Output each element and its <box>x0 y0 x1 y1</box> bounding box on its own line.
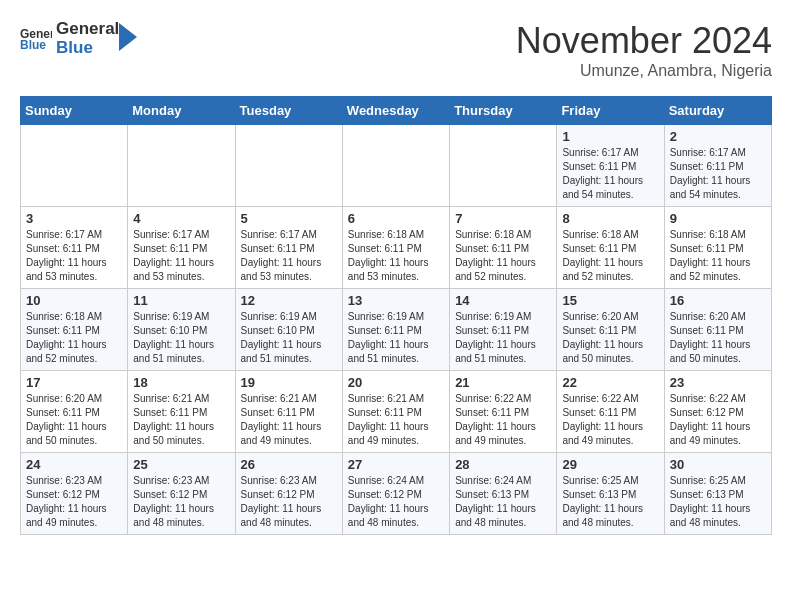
calendar-cell: 4Sunrise: 6:17 AM Sunset: 6:11 PM Daylig… <box>128 207 235 289</box>
calendar-cell: 17Sunrise: 6:20 AM Sunset: 6:11 PM Dayli… <box>21 371 128 453</box>
logo-arrow-icon <box>119 23 137 51</box>
calendar-cell: 16Sunrise: 6:20 AM Sunset: 6:11 PM Dayli… <box>664 289 771 371</box>
calendar-week-row: 10Sunrise: 6:18 AM Sunset: 6:11 PM Dayli… <box>21 289 772 371</box>
calendar-cell: 13Sunrise: 6:19 AM Sunset: 6:11 PM Dayli… <box>342 289 449 371</box>
logo-icon: General Blue <box>20 25 52 53</box>
day-info: Sunrise: 6:20 AM Sunset: 6:11 PM Dayligh… <box>26 392 122 448</box>
day-info: Sunrise: 6:23 AM Sunset: 6:12 PM Dayligh… <box>26 474 122 530</box>
logo-general-text: General <box>56 20 119 39</box>
day-info: Sunrise: 6:18 AM Sunset: 6:11 PM Dayligh… <box>26 310 122 366</box>
day-info: Sunrise: 6:22 AM Sunset: 6:11 PM Dayligh… <box>455 392 551 448</box>
calendar-week-row: 1Sunrise: 6:17 AM Sunset: 6:11 PM Daylig… <box>21 125 772 207</box>
calendar-cell: 20Sunrise: 6:21 AM Sunset: 6:11 PM Dayli… <box>342 371 449 453</box>
day-number: 26 <box>241 457 337 472</box>
day-number: 25 <box>133 457 229 472</box>
calendar-cell: 23Sunrise: 6:22 AM Sunset: 6:12 PM Dayli… <box>664 371 771 453</box>
day-number: 30 <box>670 457 766 472</box>
day-info: Sunrise: 6:24 AM Sunset: 6:12 PM Dayligh… <box>348 474 444 530</box>
day-number: 1 <box>562 129 658 144</box>
calendar-cell <box>342 125 449 207</box>
day-number: 2 <box>670 129 766 144</box>
day-info: Sunrise: 6:19 AM Sunset: 6:11 PM Dayligh… <box>348 310 444 366</box>
day-number: 11 <box>133 293 229 308</box>
day-number: 7 <box>455 211 551 226</box>
day-number: 22 <box>562 375 658 390</box>
day-info: Sunrise: 6:17 AM Sunset: 6:11 PM Dayligh… <box>670 146 766 202</box>
calendar-cell: 15Sunrise: 6:20 AM Sunset: 6:11 PM Dayli… <box>557 289 664 371</box>
day-number: 12 <box>241 293 337 308</box>
calendar-cell: 29Sunrise: 6:25 AM Sunset: 6:13 PM Dayli… <box>557 453 664 535</box>
calendar-cell: 5Sunrise: 6:17 AM Sunset: 6:11 PM Daylig… <box>235 207 342 289</box>
day-number: 15 <box>562 293 658 308</box>
calendar-cell: 11Sunrise: 6:19 AM Sunset: 6:10 PM Dayli… <box>128 289 235 371</box>
day-info: Sunrise: 6:19 AM Sunset: 6:10 PM Dayligh… <box>133 310 229 366</box>
day-info: Sunrise: 6:18 AM Sunset: 6:11 PM Dayligh… <box>670 228 766 284</box>
logo: General Blue General Blue <box>20 20 137 57</box>
page-header: General Blue General Blue November 2024 … <box>20 20 772 80</box>
calendar-cell: 28Sunrise: 6:24 AM Sunset: 6:13 PM Dayli… <box>450 453 557 535</box>
calendar-week-row: 17Sunrise: 6:20 AM Sunset: 6:11 PM Dayli… <box>21 371 772 453</box>
calendar-cell: 7Sunrise: 6:18 AM Sunset: 6:11 PM Daylig… <box>450 207 557 289</box>
calendar-cell: 3Sunrise: 6:17 AM Sunset: 6:11 PM Daylig… <box>21 207 128 289</box>
day-number: 14 <box>455 293 551 308</box>
calendar-cell: 18Sunrise: 6:21 AM Sunset: 6:11 PM Dayli… <box>128 371 235 453</box>
weekday-header: Tuesday <box>235 97 342 125</box>
day-info: Sunrise: 6:22 AM Sunset: 6:11 PM Dayligh… <box>562 392 658 448</box>
day-number: 13 <box>348 293 444 308</box>
calendar-cell: 22Sunrise: 6:22 AM Sunset: 6:11 PM Dayli… <box>557 371 664 453</box>
day-info: Sunrise: 6:18 AM Sunset: 6:11 PM Dayligh… <box>455 228 551 284</box>
weekday-header: Monday <box>128 97 235 125</box>
calendar-cell: 1Sunrise: 6:17 AM Sunset: 6:11 PM Daylig… <box>557 125 664 207</box>
day-number: 18 <box>133 375 229 390</box>
day-info: Sunrise: 6:18 AM Sunset: 6:11 PM Dayligh… <box>348 228 444 284</box>
day-info: Sunrise: 6:19 AM Sunset: 6:11 PM Dayligh… <box>455 310 551 366</box>
calendar-cell: 25Sunrise: 6:23 AM Sunset: 6:12 PM Dayli… <box>128 453 235 535</box>
calendar-week-row: 24Sunrise: 6:23 AM Sunset: 6:12 PM Dayli… <box>21 453 772 535</box>
calendar-cell <box>450 125 557 207</box>
day-number: 27 <box>348 457 444 472</box>
calendar-week-row: 3Sunrise: 6:17 AM Sunset: 6:11 PM Daylig… <box>21 207 772 289</box>
weekday-header: Thursday <box>450 97 557 125</box>
calendar-cell: 30Sunrise: 6:25 AM Sunset: 6:13 PM Dayli… <box>664 453 771 535</box>
day-number: 19 <box>241 375 337 390</box>
day-number: 6 <box>348 211 444 226</box>
day-info: Sunrise: 6:17 AM Sunset: 6:11 PM Dayligh… <box>133 228 229 284</box>
day-info: Sunrise: 6:25 AM Sunset: 6:13 PM Dayligh… <box>670 474 766 530</box>
day-number: 24 <box>26 457 122 472</box>
day-info: Sunrise: 6:20 AM Sunset: 6:11 PM Dayligh… <box>562 310 658 366</box>
calendar-cell: 24Sunrise: 6:23 AM Sunset: 6:12 PM Dayli… <box>21 453 128 535</box>
day-info: Sunrise: 6:19 AM Sunset: 6:10 PM Dayligh… <box>241 310 337 366</box>
day-number: 23 <box>670 375 766 390</box>
calendar-cell <box>128 125 235 207</box>
calendar-cell: 6Sunrise: 6:18 AM Sunset: 6:11 PM Daylig… <box>342 207 449 289</box>
calendar-cell: 26Sunrise: 6:23 AM Sunset: 6:12 PM Dayli… <box>235 453 342 535</box>
day-number: 16 <box>670 293 766 308</box>
weekday-header: Saturday <box>664 97 771 125</box>
calendar-cell: 9Sunrise: 6:18 AM Sunset: 6:11 PM Daylig… <box>664 207 771 289</box>
weekday-header: Sunday <box>21 97 128 125</box>
calendar-cell: 21Sunrise: 6:22 AM Sunset: 6:11 PM Dayli… <box>450 371 557 453</box>
calendar-cell: 2Sunrise: 6:17 AM Sunset: 6:11 PM Daylig… <box>664 125 771 207</box>
day-number: 9 <box>670 211 766 226</box>
calendar-table: SundayMondayTuesdayWednesdayThursdayFrid… <box>20 96 772 535</box>
day-number: 4 <box>133 211 229 226</box>
day-info: Sunrise: 6:23 AM Sunset: 6:12 PM Dayligh… <box>133 474 229 530</box>
day-info: Sunrise: 6:22 AM Sunset: 6:12 PM Dayligh… <box>670 392 766 448</box>
day-info: Sunrise: 6:21 AM Sunset: 6:11 PM Dayligh… <box>241 392 337 448</box>
day-info: Sunrise: 6:17 AM Sunset: 6:11 PM Dayligh… <box>241 228 337 284</box>
day-number: 3 <box>26 211 122 226</box>
calendar-cell: 14Sunrise: 6:19 AM Sunset: 6:11 PM Dayli… <box>450 289 557 371</box>
day-number: 8 <box>562 211 658 226</box>
day-info: Sunrise: 6:24 AM Sunset: 6:13 PM Dayligh… <box>455 474 551 530</box>
weekday-header: Wednesday <box>342 97 449 125</box>
logo-blue-text: Blue <box>56 39 119 58</box>
day-info: Sunrise: 6:23 AM Sunset: 6:12 PM Dayligh… <box>241 474 337 530</box>
day-number: 21 <box>455 375 551 390</box>
calendar-cell: 10Sunrise: 6:18 AM Sunset: 6:11 PM Dayli… <box>21 289 128 371</box>
calendar-cell: 27Sunrise: 6:24 AM Sunset: 6:12 PM Dayli… <box>342 453 449 535</box>
weekday-header: Friday <box>557 97 664 125</box>
location-title: Umunze, Anambra, Nigeria <box>516 62 772 80</box>
title-block: November 2024 Umunze, Anambra, Nigeria <box>516 20 772 80</box>
day-number: 10 <box>26 293 122 308</box>
day-info: Sunrise: 6:17 AM Sunset: 6:11 PM Dayligh… <box>562 146 658 202</box>
